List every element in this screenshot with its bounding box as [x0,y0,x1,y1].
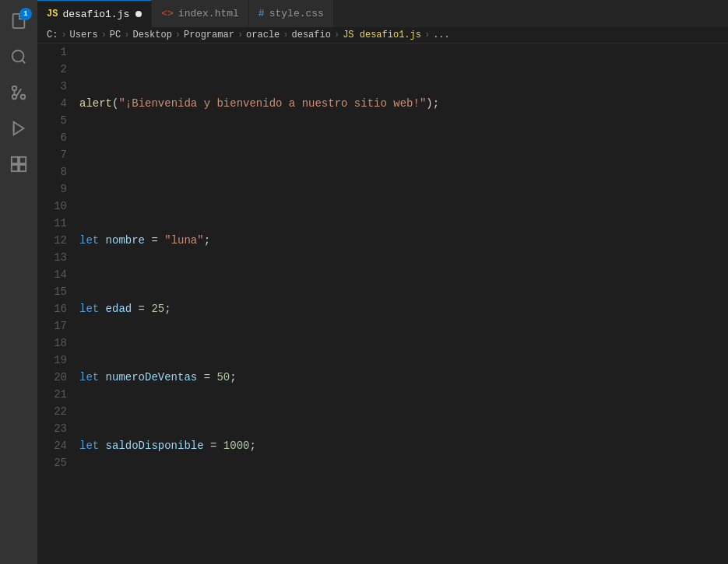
run-debug-icon[interactable] [4,114,33,143]
code-editor[interactable]: 1 2 3 4 5 6 7 8 9 10 11 12 13 14 15 16 1… [37,44,728,564]
dirty-indicator [135,11,142,17]
svg-marker-5 [14,122,24,135]
extensions-icon[interactable] [4,149,33,179]
main-editor-area: JS desafio1.js <> index.html # style.css… [37,0,728,564]
svg-rect-8 [19,157,26,163]
line-numbers: 1 2 3 4 5 6 7 8 9 10 11 12 13 14 15 16 1… [37,44,76,564]
code-line-6: let saldoDisponible = 1000; [79,437,728,454]
code-area[interactable]: alert("¡Bienvenida y bienvenido a nuestr… [76,44,728,564]
svg-line-1 [22,60,25,63]
svg-rect-9 [12,165,18,171]
tab-index-html[interactable]: <> index.html [152,0,249,27]
source-control-icon[interactable] [4,78,33,107]
svg-rect-7 [12,157,18,163]
svg-rect-10 [19,165,26,171]
files-icon[interactable]: 1 [4,6,33,36]
tab-label: style.css [269,8,324,19]
activity-bar: 1 [0,0,37,564]
tab-desafio1[interactable]: JS desafio1.js [37,0,152,27]
code-line-1: alert("¡Bienvenida y bienvenido a nuestr… [79,95,728,112]
css-icon: # [258,8,265,19]
js-icon: JS [47,9,58,19]
svg-point-3 [12,86,17,91]
svg-point-2 [21,95,26,100]
search-icon[interactable] [4,42,33,72]
svg-point-4 [12,95,17,100]
code-line-3: let nombre = "luna"; [79,232,728,249]
breadcrumb: C: › Users › PC › Desktop › Programar › … [37,27,728,44]
tab-style-css[interactable]: # style.css [249,0,334,27]
code-line-4: let edad = 25; [79,300,728,317]
code-line-7 [79,506,728,523]
html-icon: <> [161,8,174,19]
tab-bar: JS desafio1.js <> index.html # style.css [37,0,728,27]
tab-label: desafio1.js [62,9,129,20]
tab-label: index.html [178,8,239,19]
code-line-2 [79,163,728,180]
svg-point-0 [12,51,24,62]
code-line-5: let numeroDeVentas = 50; [79,369,728,386]
